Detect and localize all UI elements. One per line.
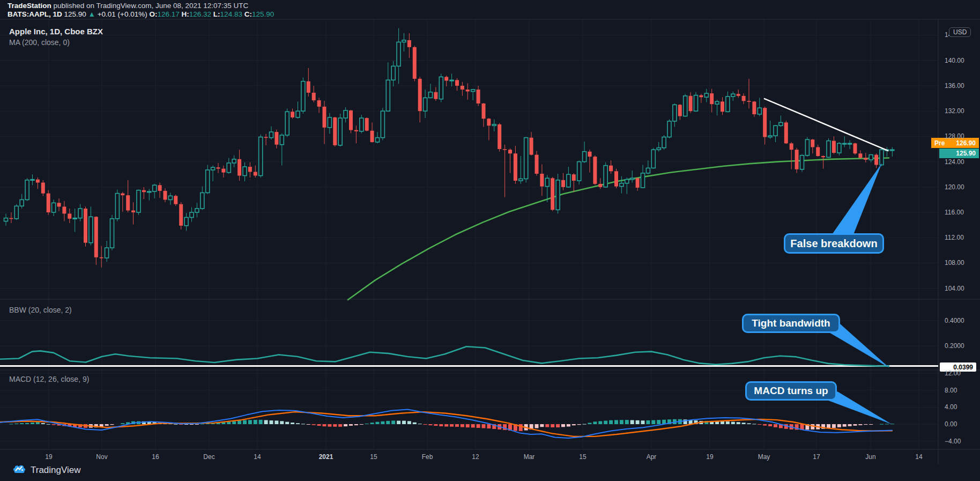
candle-body[interactable]: [710, 93, 714, 104]
candle-body[interactable]: [307, 82, 310, 93]
candle-body[interactable]: [227, 163, 231, 173]
currency-badge[interactable]: USD: [949, 27, 971, 37]
candle-body[interactable]: [360, 118, 363, 131]
candle-body[interactable]: [561, 180, 565, 187]
candle-body[interactable]: [41, 183, 45, 194]
candle-body[interactable]: [545, 178, 549, 186]
candle-body[interactable]: [354, 130, 358, 131]
candle-body[interactable]: [811, 139, 814, 147]
candle-body[interactable]: [731, 94, 735, 97]
candle-body[interactable]: [164, 191, 167, 200]
candle-body[interactable]: [630, 178, 634, 179]
candle-body[interactable]: [397, 42, 400, 66]
candle-body[interactable]: [704, 93, 708, 97]
candle-body[interactable]: [758, 108, 761, 114]
candle-body[interactable]: [805, 139, 809, 156]
candle-body[interactable]: [503, 149, 507, 150]
candle-body[interactable]: [869, 155, 873, 160]
candle-body[interactable]: [190, 212, 194, 217]
candle-body[interactable]: [386, 80, 390, 111]
candle-body[interactable]: [407, 40, 411, 47]
candle-body[interactable]: [721, 101, 724, 112]
candle-body[interactable]: [471, 90, 475, 92]
candle-body[interactable]: [131, 210, 135, 212]
candle-body[interactable]: [14, 206, 18, 219]
candle-body[interactable]: [832, 141, 836, 153]
candle-body[interactable]: [57, 203, 61, 206]
candle-body[interactable]: [36, 180, 40, 183]
candle-body[interactable]: [52, 203, 56, 212]
candle-body[interactable]: [206, 170, 210, 193]
candle-body[interactable]: [365, 118, 369, 131]
candle-body[interactable]: [498, 124, 501, 149]
bbw-legend[interactable]: BBW (20, close, 2): [9, 306, 72, 314]
candle-body[interactable]: [508, 150, 512, 153]
candle-body[interactable]: [667, 121, 671, 137]
candle-body[interactable]: [259, 137, 263, 176]
candle-body[interactable]: [880, 150, 884, 165]
candle-body[interactable]: [572, 174, 576, 181]
candle-body[interactable]: [270, 132, 273, 138]
candle-body[interactable]: [492, 124, 496, 125]
candle-body[interactable]: [715, 101, 719, 104]
candle-body[interactable]: [248, 167, 252, 172]
candle-body[interactable]: [684, 96, 687, 116]
candle-body[interactable]: [583, 152, 586, 162]
candle-body[interactable]: [434, 92, 437, 99]
candle-body[interactable]: [540, 174, 544, 187]
candle-body[interactable]: [625, 180, 629, 183]
candle-body[interactable]: [25, 180, 29, 200]
candle-body[interactable]: [514, 153, 517, 181]
candle-body[interactable]: [827, 141, 830, 158]
candle-body[interactable]: [221, 169, 225, 173]
candle-body[interactable]: [370, 131, 374, 142]
candle-body[interactable]: [598, 184, 602, 187]
candle-body[interactable]: [20, 199, 24, 206]
candle-body[interactable]: [487, 119, 491, 125]
candle-body[interactable]: [147, 191, 151, 193]
candle-body[interactable]: [641, 173, 645, 188]
candle-body[interactable]: [790, 143, 793, 150]
candle-body[interactable]: [376, 138, 380, 142]
candle-body[interactable]: [768, 136, 772, 137]
candle-body[interactable]: [604, 166, 607, 187]
candle-body[interactable]: [391, 66, 395, 80]
candle-body[interactable]: [763, 108, 767, 137]
candle-body[interactable]: [232, 159, 236, 163]
candle-body[interactable]: [726, 97, 730, 112]
candle-body[interactable]: [519, 179, 523, 181]
candle-body[interactable]: [413, 47, 417, 79]
candle-body[interactable]: [864, 158, 867, 160]
candle-body[interactable]: [338, 118, 342, 145]
candle-body[interactable]: [168, 196, 172, 199]
candle-body[interactable]: [153, 185, 157, 191]
candle-body[interactable]: [551, 178, 554, 210]
candle-body[interactable]: [296, 111, 300, 117]
candle-body[interactable]: [312, 93, 316, 100]
candle-body[interactable]: [142, 190, 146, 193]
candle-body[interactable]: [450, 80, 454, 81]
candle-body[interactable]: [821, 156, 825, 157]
candle-body[interactable]: [651, 150, 655, 168]
candle-body[interactable]: [461, 86, 464, 90]
candle-body[interactable]: [62, 206, 66, 213]
candle-body[interactable]: [837, 143, 841, 153]
candle-body[interactable]: [78, 209, 82, 218]
candle-body[interactable]: [477, 90, 480, 103]
candle-body[interactable]: [94, 217, 98, 257]
candle-body[interactable]: [280, 135, 284, 145]
candle-body[interactable]: [848, 143, 852, 144]
candle-body[interactable]: [588, 152, 592, 157]
candle-body[interactable]: [274, 132, 278, 145]
candle-body[interactable]: [211, 167, 215, 170]
candle-body[interactable]: [609, 166, 613, 172]
candle-body[interactable]: [301, 82, 305, 111]
candle-body[interactable]: [742, 96, 746, 101]
candle-body[interactable]: [100, 257, 103, 258]
candle-body[interactable]: [737, 94, 740, 96]
candle-body[interactable]: [264, 137, 268, 138]
candle-body[interactable]: [110, 219, 114, 248]
candle-body[interactable]: [344, 110, 347, 118]
candle-body[interactable]: [853, 143, 857, 153]
candle-body[interactable]: [577, 162, 581, 181]
